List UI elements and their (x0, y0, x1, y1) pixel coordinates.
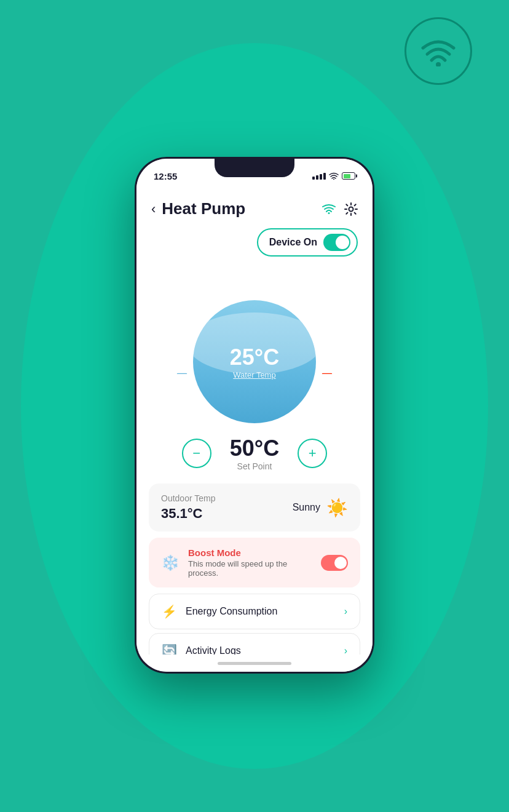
boost-mode-card: ❄️ Boost Mode This mode will speed up th… (149, 538, 360, 587)
app-content: ‹ Heat Pump (136, 188, 373, 655)
energy-consumption-item[interactable]: ⚡ Energy Consumption › (149, 594, 360, 629)
page-title: Heat Pump (162, 199, 322, 218)
home-indicator (218, 662, 291, 665)
dial-section: 25°C Water Temp (136, 266, 373, 423)
wifi-circle-decoration (404, 17, 472, 85)
svg-point-1 (333, 179, 334, 180)
back-button[interactable]: ‹ (151, 201, 156, 217)
weather-label: Sunny (293, 502, 320, 513)
energy-label: Energy Consumption (186, 606, 336, 617)
notch (215, 159, 294, 177)
setpoint-temp: 50°C (230, 436, 279, 461)
outdoor-right: Sunny ☀️ (293, 498, 348, 518)
phone-screen: 12:55 (136, 159, 373, 672)
app-header: ‹ Heat Pump (136, 188, 373, 226)
outdoor-left: Outdoor Temp 35.1°C (161, 493, 215, 522)
wifi-header-icon (322, 204, 336, 214)
water-temp-circle: 25°C Water Temp (193, 282, 316, 423)
boost-toggle-knob (334, 557, 347, 569)
home-indicator-bar (136, 655, 373, 672)
boost-toggle[interactable] (321, 555, 348, 571)
boost-icon: ❄️ (161, 554, 180, 571)
outdoor-temp-value: 35.1°C (161, 506, 215, 522)
sun-icon: ☀️ (326, 498, 348, 518)
battery-icon (342, 172, 355, 180)
device-toggle-pill[interactable]: Device On (257, 228, 358, 257)
boost-text: Boost Mode This mode will speed up the p… (188, 547, 312, 578)
svg-point-2 (328, 212, 330, 214)
current-temp: 25°C (230, 344, 279, 370)
header-icons (322, 202, 358, 216)
power-icon (339, 239, 345, 245)
signal-icon (312, 173, 326, 180)
outdoor-temp-card: Outdoor Temp 35.1°C Sunny ☀️ (149, 484, 360, 531)
increase-button[interactable]: + (298, 439, 327, 468)
status-time: 12:55 (154, 171, 177, 181)
energy-icon: ⚡ (162, 604, 177, 619)
wifi-icon-large (420, 36, 457, 66)
water-temp-label: Water Temp (233, 370, 275, 380)
activity-chevron: › (344, 645, 347, 655)
wifi-status-icon (329, 172, 339, 180)
setpoint-label: Set Point (230, 461, 279, 471)
water-display: 25°C Water Temp (193, 300, 316, 423)
toggle-knob (336, 236, 349, 249)
gear-icon[interactable] (344, 202, 358, 216)
svg-point-0 (436, 62, 441, 66)
energy-chevron: › (344, 606, 347, 617)
status-icons (312, 172, 355, 180)
device-on-toggle[interactable] (323, 234, 350, 251)
activity-icon: 🔄 (162, 643, 177, 655)
setpoint-row: − 50°C Set Point + (136, 423, 373, 481)
battery-fill (344, 174, 351, 178)
decrease-button[interactable]: − (182, 439, 211, 468)
outdoor-temp-label: Outdoor Temp (161, 493, 215, 503)
svg-point-3 (349, 207, 353, 211)
phone-frame: 12:55 (135, 157, 374, 674)
setpoint-value: 50°C Set Point (230, 436, 279, 471)
activity-logs-item[interactable]: 🔄 Activity Logs › (149, 633, 360, 655)
boost-description: This mode will speed up the process. (188, 559, 312, 578)
activity-label: Activity Logs (186, 645, 336, 655)
device-toggle-row: Device On (136, 226, 373, 266)
device-toggle-label: Device On (269, 237, 317, 248)
boost-title: Boost Mode (188, 547, 312, 558)
